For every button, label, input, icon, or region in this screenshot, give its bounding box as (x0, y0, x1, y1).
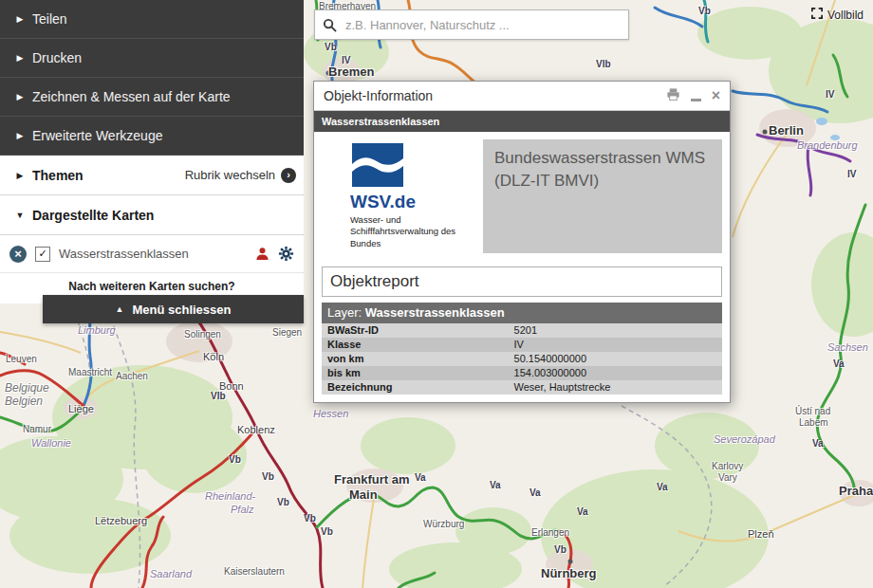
sidebar-item-themen[interactable]: ▶ Themen Rubrik wechseln › (0, 156, 304, 195)
table-row: von km 50.1540000000 (322, 352, 722, 366)
remove-layer-icon[interactable]: × (9, 246, 27, 263)
waterway-class-badge: VIb (211, 391, 226, 401)
waterway-class-badge: Vb (325, 42, 337, 52)
map-label: Labem (799, 417, 828, 428)
search-input[interactable] (344, 17, 628, 33)
fullscreen-control[interactable]: Vollbild (811, 8, 864, 22)
map-label: Maastricht (68, 367, 112, 377)
map-label: Namur (23, 424, 51, 434)
map-label: Plzeň (748, 528, 774, 540)
sidebar-menu: ▶ Teilen ▶ Drucken ▶ Zeichnen & Messen a… (0, 0, 304, 303)
waterway-class-badge: Va (529, 487, 541, 498)
table-row: Bezeichnung Weser, Hauptstrecke (322, 380, 722, 395)
map-label: Main (349, 487, 378, 502)
chevron-right-icon: ▶ (8, 53, 32, 63)
rubrik-wechseln-link[interactable]: Rubrik wechseln › (185, 168, 304, 183)
dialog-titlebar[interactable]: Objekt-Information × (314, 82, 730, 111)
sidebar-item-label: Themen (32, 168, 84, 183)
sidebar-item-drucken[interactable]: ▶ Drucken (0, 39, 304, 78)
geoportal-app: { "topbar": { "search_placeholder": "z.B… (0, 0, 873, 588)
map-label: Liège (68, 403, 94, 414)
sidebar-item-zeichnen-messen[interactable]: ▶ Zeichnen & Messen auf der Karte (0, 78, 304, 117)
row-label: BWaStr-ID (322, 323, 514, 338)
sidebar-item-label: Teilen (32, 11, 67, 27)
table-row: Klasse IV (322, 338, 722, 352)
row-value: IV (514, 338, 722, 352)
map-label: Solingen (184, 329, 221, 340)
minimize-icon[interactable] (691, 99, 701, 101)
wsv-logo-text: WSV.de (350, 192, 416, 212)
map-label: Aachen (116, 371, 148, 381)
row-label: Klasse (322, 338, 514, 352)
waterway-class-badge: Vb (229, 454, 241, 465)
map-label: Frankfurt am (334, 472, 409, 487)
map-label: Köln (203, 351, 224, 362)
map-label: Limburg (78, 324, 116, 336)
map-label: Karlovy (712, 461, 743, 471)
sidebar-item-label: Zeichnen & Messen auf der Karte (32, 89, 231, 104)
layer-header-name: Wasserstrassenklassen (365, 305, 505, 320)
map-label: Belgien (5, 395, 43, 408)
layer-settings-gear-icon[interactable] (278, 246, 294, 262)
row-value: 5201 (514, 323, 722, 338)
map-label: Saarland (150, 568, 192, 579)
map-label: Ústí nad (795, 406, 830, 416)
map-label: Würzburg (423, 519, 464, 529)
map-label: Kaiserslautern (224, 566, 285, 577)
wms-title: Bundeswasserstrassen WMS (DLZ-IT BMVI) (494, 149, 705, 190)
sidebar-item-label: Drucken (32, 50, 82, 65)
map-label: Koblenz (237, 424, 275, 435)
print-icon[interactable] (666, 87, 680, 104)
map-label: Sachsen (827, 341, 868, 353)
row-value: 50.1540000000 (514, 352, 722, 366)
sidebar-item-erweiterte-werkzeuge[interactable]: ▶ Erweiterte Werkzeuge (0, 117, 304, 156)
table-row: BWaStr-ID 5201 (322, 323, 722, 338)
layer-visibility-checkbox[interactable]: ✓ (35, 247, 50, 262)
waterway-class-badge: Va (415, 472, 426, 483)
waterway-class-badge: Vb (554, 544, 567, 555)
layer-header-prefix: Layer: (327, 305, 362, 320)
map-label: Severozápad (714, 433, 775, 445)
row-value: 154.003000000 (514, 366, 722, 380)
waterway-class-badge: Vb (321, 526, 333, 537)
row-label: bis km (322, 366, 514, 380)
map-label: Rheinland- (205, 490, 255, 502)
user-layer-icon[interactable] (255, 247, 269, 261)
map-label: Vary (718, 472, 737, 483)
chevron-down-icon: ▼ (8, 211, 32, 220)
waterway-class-badge: Va (657, 482, 668, 492)
map-label: Bremen (328, 64, 374, 79)
waterway-class-badge: IV (826, 89, 834, 100)
chevron-right-icon: ▶ (8, 131, 32, 140)
waterway-class-badge: Va (812, 438, 824, 449)
table-row: bis km 154.003000000 (322, 366, 722, 380)
wsv-logo-caption: Wasser- und Schifffahrtsverwaltung des B… (350, 214, 472, 249)
attribute-table: Layer: Wasserstrassenklassen BWaStr-ID 5… (322, 303, 722, 395)
search-icon[interactable] (315, 18, 344, 32)
map-label: Wallonie (31, 437, 71, 449)
objektreport-header: Objektreport (322, 266, 722, 297)
sidebar-item-dargestellte-karten[interactable]: ▼ Dargestellte Karten (0, 195, 304, 235)
close-icon[interactable]: × (712, 88, 720, 103)
waterway-class-badge: Va (577, 506, 588, 517)
chevron-right-icon: ▶ (8, 14, 32, 24)
map-label: Berlin (769, 123, 804, 138)
layer-label: Wasserstrassenklassen (59, 247, 247, 261)
waterway-class-badge: Vb (277, 497, 289, 507)
chevron-up-icon: ▲ (116, 304, 124, 314)
map-label: Siegen (272, 327, 302, 338)
sidebar-item-label: Dargestellte Karten (32, 208, 154, 223)
sidebar-item-teilen[interactable]: ▶ Teilen (0, 0, 304, 39)
search-bar (314, 9, 629, 40)
wsv-logo: WSV.de Wasser- und Schifffahrtsverwaltun… (322, 139, 483, 253)
layer-table-header: Layer: Wasserstrassenklassen (322, 303, 722, 323)
map-label: Hessen (313, 408, 348, 419)
map-label: Leuven (6, 354, 37, 364)
map-label: Brandenburg (797, 139, 858, 151)
row-label: von km (322, 352, 514, 366)
close-menu-button[interactable]: ▲ Menü schliessen (43, 295, 304, 323)
waterway-class-badge: Vb (262, 471, 274, 482)
row-value: Weser, Hauptstrecke (514, 380, 722, 395)
waterway-class-badge: Vb (304, 513, 316, 524)
wsv-logo-glyph (350, 141, 405, 189)
